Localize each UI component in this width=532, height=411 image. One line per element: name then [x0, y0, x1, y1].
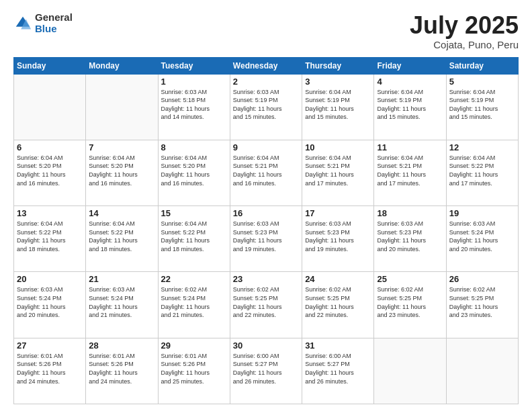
day-info: Sunrise: 6:04 AM Sunset: 5:21 PM Dayligh…: [305, 154, 371, 187]
day-number: 15: [161, 208, 227, 218]
day-info: Sunrise: 6:01 AM Sunset: 5:26 PM Dayligh…: [89, 352, 154, 385]
calendar-cell: 15Sunrise: 6:04 AM Sunset: 5:22 PM Dayli…: [158, 206, 230, 272]
calendar-cell: 2Sunrise: 6:03 AM Sunset: 5:19 PM Daylig…: [230, 74, 302, 140]
calendar-cell: 22Sunrise: 6:02 AM Sunset: 5:24 PM Dayli…: [158, 272, 230, 338]
calendar-week-5: 27Sunrise: 6:01 AM Sunset: 5:26 PM Dayli…: [14, 338, 519, 404]
calendar-cell: 14Sunrise: 6:04 AM Sunset: 5:22 PM Dayli…: [86, 206, 158, 272]
day-info: Sunrise: 6:04 AM Sunset: 5:22 PM Dayligh…: [89, 220, 154, 253]
day-number: 21: [89, 274, 154, 284]
day-number: 16: [233, 208, 299, 218]
day-info: Sunrise: 6:02 AM Sunset: 5:25 PM Dayligh…: [305, 285, 371, 319]
calendar-cell: 21Sunrise: 6:03 AM Sunset: 5:24 PM Dayli…: [86, 272, 158, 338]
header: General Blue July 2025 Cojata, Puno, Per…: [13, 12, 519, 50]
day-number: 14: [89, 208, 154, 218]
day-number: 24: [305, 274, 371, 284]
calendar-cell: 16Sunrise: 6:03 AM Sunset: 5:23 PM Dayli…: [230, 206, 302, 272]
day-info: Sunrise: 6:04 AM Sunset: 5:19 PM Dayligh…: [305, 88, 371, 122]
day-info: Sunrise: 6:04 AM Sunset: 5:20 PM Dayligh…: [17, 154, 83, 187]
calendar-cell: 5Sunrise: 6:04 AM Sunset: 5:19 PM Daylig…: [446, 74, 518, 140]
day-number: 9: [233, 142, 299, 152]
calendar-week-1: 1Sunrise: 6:03 AM Sunset: 5:18 PM Daylig…: [14, 74, 519, 140]
day-number: 3: [305, 77, 371, 87]
calendar-cell: 17Sunrise: 6:03 AM Sunset: 5:23 PM Dayli…: [302, 206, 374, 272]
title-block: July 2025 Cojata, Puno, Peru: [410, 12, 519, 50]
col-header-tuesday: Tuesday: [158, 57, 230, 74]
calendar-cell: 10Sunrise: 6:04 AM Sunset: 5:21 PM Dayli…: [302, 140, 374, 205]
day-number: 12: [449, 142, 515, 152]
day-number: 5: [449, 77, 515, 87]
day-info: Sunrise: 6:04 AM Sunset: 5:21 PM Dayligh…: [233, 154, 299, 187]
day-info: Sunrise: 6:02 AM Sunset: 5:24 PM Dayligh…: [161, 285, 227, 319]
col-header-saturday: Saturday: [446, 57, 518, 74]
day-number: 17: [305, 208, 371, 218]
calendar-table: SundayMondayTuesdayWednesdayThursdayFrid…: [13, 57, 519, 404]
calendar-cell: 19Sunrise: 6:03 AM Sunset: 5:24 PM Dayli…: [446, 206, 518, 272]
col-header-sunday: Sunday: [14, 57, 86, 74]
calendar-cell: [86, 74, 158, 140]
day-info: Sunrise: 6:04 AM Sunset: 5:19 PM Dayligh…: [377, 88, 443, 122]
day-number: 26: [449, 274, 515, 284]
day-info: Sunrise: 6:03 AM Sunset: 5:23 PM Dayligh…: [233, 220, 299, 253]
calendar-cell: 11Sunrise: 6:04 AM Sunset: 5:21 PM Dayli…: [374, 140, 446, 205]
calendar-cell: 26Sunrise: 6:02 AM Sunset: 5:25 PM Dayli…: [446, 272, 518, 338]
day-number: 20: [17, 274, 83, 284]
calendar-cell: 18Sunrise: 6:03 AM Sunset: 5:23 PM Dayli…: [374, 206, 446, 272]
day-info: Sunrise: 6:02 AM Sunset: 5:25 PM Dayligh…: [377, 285, 443, 319]
day-number: 7: [89, 142, 154, 152]
day-info: Sunrise: 6:03 AM Sunset: 5:18 PM Dayligh…: [161, 88, 227, 122]
logo-general: General: [35, 12, 73, 24]
calendar-week-4: 20Sunrise: 6:03 AM Sunset: 5:24 PM Dayli…: [14, 272, 519, 338]
day-number: 27: [17, 340, 83, 351]
calendar-cell: 8Sunrise: 6:04 AM Sunset: 5:20 PM Daylig…: [158, 140, 230, 205]
calendar-cell: 3Sunrise: 6:04 AM Sunset: 5:19 PM Daylig…: [302, 74, 374, 140]
day-number: 11: [377, 142, 443, 152]
day-info: Sunrise: 6:04 AM Sunset: 5:20 PM Dayligh…: [89, 154, 154, 187]
calendar-week-3: 13Sunrise: 6:04 AM Sunset: 5:22 PM Dayli…: [14, 206, 519, 272]
day-number: 13: [17, 208, 83, 218]
calendar-cell: 31Sunrise: 6:00 AM Sunset: 5:27 PM Dayli…: [302, 338, 374, 404]
day-info: Sunrise: 6:04 AM Sunset: 5:22 PM Dayligh…: [449, 154, 515, 187]
day-info: Sunrise: 6:03 AM Sunset: 5:23 PM Dayligh…: [377, 220, 443, 253]
title-location: Cojata, Puno, Peru: [410, 39, 519, 50]
day-info: Sunrise: 6:03 AM Sunset: 5:19 PM Dayligh…: [233, 88, 299, 122]
day-number: 18: [377, 208, 443, 218]
logo-blue-text: Blue: [35, 24, 73, 35]
day-info: Sunrise: 6:03 AM Sunset: 5:24 PM Dayligh…: [449, 220, 515, 253]
day-info: Sunrise: 6:02 AM Sunset: 5:25 PM Dayligh…: [449, 285, 515, 319]
logo-icon: [13, 14, 32, 33]
calendar-cell: 1Sunrise: 6:03 AM Sunset: 5:18 PM Daylig…: [158, 74, 230, 140]
day-number: 1: [161, 77, 227, 87]
calendar-cell: [446, 338, 518, 404]
day-info: Sunrise: 6:03 AM Sunset: 5:24 PM Dayligh…: [17, 285, 83, 319]
calendar-cell: 4Sunrise: 6:04 AM Sunset: 5:19 PM Daylig…: [374, 74, 446, 140]
day-number: 8: [161, 142, 227, 152]
day-info: Sunrise: 6:00 AM Sunset: 5:27 PM Dayligh…: [233, 352, 299, 385]
calendar-cell: 20Sunrise: 6:03 AM Sunset: 5:24 PM Dayli…: [14, 272, 86, 338]
day-number: 30: [233, 340, 299, 351]
col-header-wednesday: Wednesday: [230, 57, 302, 74]
col-header-friday: Friday: [374, 57, 446, 74]
day-number: 4: [377, 77, 443, 87]
day-info: Sunrise: 6:03 AM Sunset: 5:23 PM Dayligh…: [305, 220, 371, 253]
col-header-monday: Monday: [86, 57, 158, 74]
day-info: Sunrise: 6:03 AM Sunset: 5:24 PM Dayligh…: [89, 285, 154, 319]
title-month: July 2025: [410, 12, 519, 39]
calendar-cell: 25Sunrise: 6:02 AM Sunset: 5:25 PM Dayli…: [374, 272, 446, 338]
page: General Blue July 2025 Cojata, Puno, Per…: [0, 0, 532, 411]
calendar-cell: 28Sunrise: 6:01 AM Sunset: 5:26 PM Dayli…: [86, 338, 158, 404]
calendar-cell: [374, 338, 446, 404]
logo: General Blue: [13, 12, 73, 34]
calendar-cell: 9Sunrise: 6:04 AM Sunset: 5:21 PM Daylig…: [230, 140, 302, 205]
day-number: 19: [449, 208, 515, 218]
day-info: Sunrise: 6:04 AM Sunset: 5:22 PM Dayligh…: [17, 220, 83, 253]
day-number: 23: [233, 274, 299, 284]
day-number: 31: [305, 340, 371, 351]
calendar-header-row: SundayMondayTuesdayWednesdayThursdayFrid…: [14, 57, 519, 74]
day-info: Sunrise: 6:02 AM Sunset: 5:25 PM Dayligh…: [233, 285, 299, 319]
day-info: Sunrise: 6:04 AM Sunset: 5:20 PM Dayligh…: [161, 154, 227, 187]
day-info: Sunrise: 6:04 AM Sunset: 5:22 PM Dayligh…: [161, 220, 227, 253]
day-info: Sunrise: 6:01 AM Sunset: 5:26 PM Dayligh…: [17, 352, 83, 385]
calendar-cell: 23Sunrise: 6:02 AM Sunset: 5:25 PM Dayli…: [230, 272, 302, 338]
day-number: 10: [305, 142, 371, 152]
day-number: 2: [233, 77, 299, 87]
